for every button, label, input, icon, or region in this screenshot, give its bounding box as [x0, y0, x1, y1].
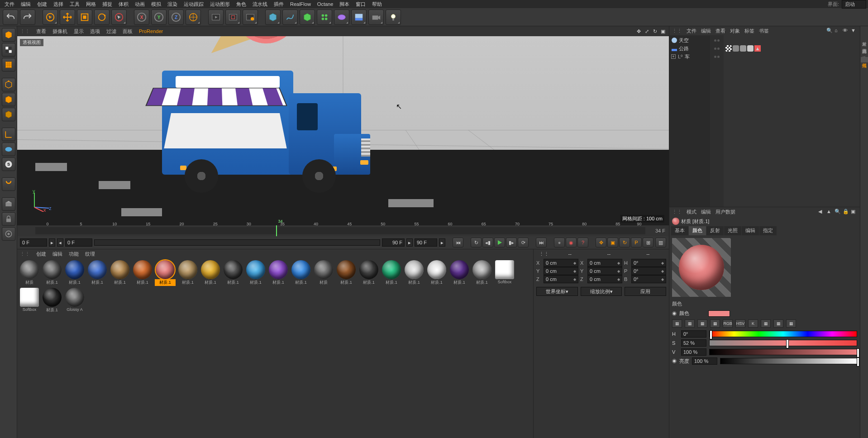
range-start-icon[interactable]: ◂ — [57, 238, 63, 247]
color-mode-icon[interactable]: ▦ — [786, 319, 796, 328]
color-mode-icon[interactable]: ▦ — [685, 319, 695, 328]
vp-menu-panel[interactable]: 面板 — [123, 28, 133, 35]
goto-start-button[interactable]: ⏮ — [453, 238, 463, 248]
material-preview[interactable] — [672, 238, 731, 297]
material-item[interactable]: 材质.1 — [64, 260, 85, 286]
menu-mograph[interactable]: 运动图形 — [207, 1, 233, 8]
menu-motiontrack[interactable]: 运动跟踪 — [181, 1, 206, 8]
material-item[interactable]: 材质.1 — [245, 260, 266, 286]
timeline-cursor[interactable]: 34 — [276, 225, 277, 236]
material-item[interactable]: 材质.1 — [177, 260, 198, 286]
am-back-icon[interactable]: ◀ — [818, 209, 825, 215]
om-menu-tags[interactable]: 标签 — [744, 28, 754, 34]
om-menu-file[interactable]: 文件 — [687, 28, 696, 34]
vp-menu-options[interactable]: 选项 — [90, 28, 100, 35]
vp-move-icon[interactable]: ✥ — [635, 28, 642, 34]
material-item[interactable]: 材质.1 — [404, 260, 424, 286]
menu-tools[interactable]: 工具 — [67, 1, 82, 8]
lock-button[interactable] — [2, 212, 15, 226]
visibility-toggle[interactable] — [710, 44, 724, 52]
size-input[interactable]: 0 cm◆ — [587, 267, 622, 275]
menu-window[interactable]: 窗口 — [353, 1, 368, 8]
range-end-input[interactable] — [382, 238, 405, 247]
point-mode-button[interactable] — [2, 93, 15, 106]
hsv-slider[interactable] — [709, 331, 857, 337]
color-mode-icon[interactable]: ▦ — [710, 319, 720, 328]
grip-icon[interactable]: ⋮⋮ — [672, 28, 682, 34]
grip-icon[interactable]: ⋮⋮ — [539, 251, 549, 257]
key-pla-button[interactable]: ⊞ — [643, 238, 653, 248]
attr-tab[interactable]: 指定 — [759, 226, 777, 235]
workplane-button[interactable] — [2, 177, 15, 191]
axis-mode-button[interactable] — [2, 128, 15, 141]
color-mode-icon[interactable]: ▦ — [761, 319, 771, 328]
om-eye-icon[interactable]: 👁 — [843, 28, 849, 34]
generator-button[interactable] — [300, 10, 315, 25]
menu-render[interactable]: 渲染 — [165, 1, 180, 8]
menu-help[interactable]: 帮助 — [369, 1, 385, 8]
brightness-input[interactable]: 100 % — [692, 357, 717, 365]
material-item[interactable]: 材质.1 — [87, 260, 108, 286]
pos-input[interactable]: 0 cm◆ — [544, 267, 578, 275]
om-home-icon[interactable]: ⌂ — [835, 28, 841, 34]
am-menu-userdata[interactable]: 用户数据 — [715, 209, 735, 215]
am-menu-mode[interactable]: 模式 — [687, 209, 696, 215]
om-menu-view[interactable]: 查看 — [715, 28, 725, 34]
xray-button[interactable] — [2, 227, 15, 241]
am-new-icon[interactable]: ▣ — [851, 209, 857, 215]
brightness-radio[interactable] — [672, 359, 677, 363]
menu-realflow[interactable]: RealFlow — [287, 1, 314, 7]
key-pos-button[interactable]: ✥ — [596, 238, 606, 248]
color-mode-icon[interactable]: HSV — [735, 319, 745, 328]
material-item[interactable]: 材质.1 — [426, 260, 447, 286]
vp-menu-display[interactable]: 显示 — [74, 28, 84, 35]
live-select-button[interactable] — [43, 10, 58, 25]
camera-button[interactable] — [368, 10, 384, 25]
timeline[interactable]: 0 5 10 15 20 25 30 35 40 45 50 55 60 65 … — [17, 225, 669, 236]
menu-pipeline[interactable]: 流水线 — [250, 1, 270, 8]
range-start-input[interactable] — [65, 238, 92, 247]
visibility-toggle[interactable] — [710, 52, 724, 61]
vp-menu-camera[interactable]: 摄像机 — [52, 28, 67, 35]
rotate-button[interactable] — [94, 10, 110, 25]
range-slider[interactable] — [94, 239, 380, 246]
material-item[interactable]: 材质 — [19, 260, 40, 286]
strip-tab-3[interactable]: 构造 — [861, 50, 868, 55]
grip-icon[interactable]: ⋮⋮ — [672, 209, 682, 215]
render-view-button[interactable] — [208, 10, 224, 25]
vp-menu-view[interactable]: 查看 — [36, 28, 46, 35]
grip-icon[interactable]: ⋮⋮ — [20, 251, 30, 257]
om-search-icon[interactable]: 🔍 — [826, 28, 833, 34]
environment-button[interactable] — [351, 10, 367, 25]
menu-animate[interactable]: 动画 — [132, 1, 148, 8]
menu-character[interactable]: 角色 — [234, 1, 249, 8]
key-param-button[interactable]: P — [631, 238, 642, 248]
hsv-slider[interactable] — [709, 340, 857, 346]
step-back-button[interactable]: ◂▮ — [482, 238, 493, 248]
vp-zoom-icon[interactable]: ⤢ — [644, 28, 650, 34]
material-item[interactable]: 材质.1 — [42, 288, 62, 314]
axis-y-button[interactable]: Y — [151, 10, 167, 25]
menu-snap[interactable]: 捕捉 — [100, 1, 115, 8]
rot-input[interactable]: 0°◆ — [631, 267, 666, 275]
mat-menu-texture[interactable]: 纹理 — [85, 251, 95, 257]
strip-tab-1[interactable]: 对象 — [861, 35, 868, 41]
material-item[interactable]: 材质.1 — [155, 260, 176, 286]
render-region-button[interactable] — [225, 10, 241, 25]
material-item[interactable]: 材质.1 — [223, 260, 243, 286]
hsv-slider[interactable] — [709, 349, 857, 355]
attr-tab[interactable]: 光照 — [724, 226, 741, 235]
recent-tool-button[interactable] — [111, 10, 127, 25]
om-menu-edit[interactable]: 编辑 — [701, 28, 711, 34]
am-menu-edit[interactable]: 编辑 — [701, 209, 711, 215]
brightness-slider[interactable] — [720, 358, 857, 364]
material-item[interactable]: 材质.1 — [381, 260, 402, 286]
key-scale-button[interactable]: ▣ — [607, 238, 618, 248]
current-frame-input[interactable] — [415, 238, 437, 247]
color-mode-icon[interactable]: ▦ — [697, 319, 707, 328]
size-input[interactable]: 0 cm◆ — [587, 275, 622, 283]
loop-mode-button[interactable]: ⟳ — [518, 238, 529, 248]
attr-tab[interactable]: 编辑 — [742, 226, 759, 235]
spin-icon[interactable]: ▸ — [49, 238, 55, 247]
am-up-icon[interactable]: ▲ — [826, 209, 833, 215]
